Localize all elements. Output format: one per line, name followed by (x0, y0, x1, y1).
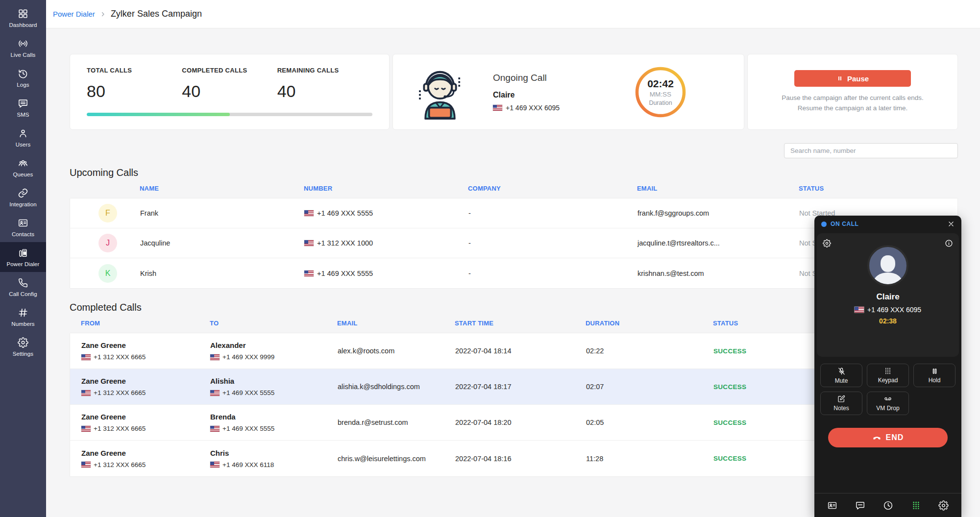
col-from: FROM (81, 320, 210, 327)
mute-label: Mute (835, 377, 848, 384)
from-name: Zane Greene (81, 377, 210, 385)
contact-name: Jacquline (140, 239, 304, 247)
us-flag-icon (493, 105, 502, 111)
sidebar-item-sms[interactable]: SMS (0, 93, 46, 123)
queues-group-icon (1, 158, 45, 169)
call-duration-value: 02:42 (647, 78, 674, 90)
us-flag-icon (81, 462, 91, 468)
call-start-time: 2022-07-04 18:14 (455, 347, 586, 355)
vm-drop-button[interactable]: VM Drop (867, 392, 909, 415)
stat-value: 40 (182, 82, 277, 101)
sidebar-item-integration[interactable]: Integration (0, 182, 46, 212)
mute-button[interactable]: Mute (820, 364, 862, 387)
clock-icon[interactable] (883, 500, 893, 511)
stat-completed-calls: COMPLETED CALLS 40 (182, 67, 277, 101)
call-duration-ring: 02:42 MM:SS Duration (635, 67, 686, 118)
call-timer: 02:38 (817, 317, 959, 325)
call-duration: 02:22 (586, 347, 713, 355)
sidebar-item-contacts[interactable]: Contacts (0, 212, 46, 242)
stat-remaining-calls: REMAINING CALLS 40 (277, 67, 372, 101)
on-call-status-label: ON CALL (831, 221, 859, 227)
to-name: Brenda (210, 413, 338, 421)
chevron-right-icon (100, 11, 106, 17)
sidebar-item-label: Power Dialer (1, 261, 45, 267)
hold-button[interactable]: Hold (913, 364, 956, 387)
info-icon[interactable] (945, 239, 953, 247)
breadcrumb-parent-link[interactable]: Power Dialer (53, 10, 95, 18)
us-flag-icon (304, 271, 314, 276)
call-start-time: 2022-07-04 18:20 (455, 419, 586, 426)
to-number: +1 469 XXX 5555 (222, 425, 274, 432)
dialpad-icon[interactable] (911, 501, 921, 510)
on-call-status-dot (821, 222, 827, 227)
gear-icon[interactable] (938, 500, 949, 511)
contact-email: jacquline.t@rtsrealtors.c... (637, 239, 799, 247)
ongoing-caller-name: Claire (493, 91, 560, 99)
from-number: +1 312 XXX 6665 (94, 353, 146, 361)
mic-off-icon (837, 367, 846, 375)
contact-card-icon[interactable] (827, 500, 837, 511)
sidebar-item-call-config[interactable]: Call Config (0, 272, 46, 302)
sidebar-item-numbers[interactable]: Numbers (0, 302, 46, 332)
pause-button[interactable]: Pause (794, 70, 911, 87)
call-start-time: 2022-07-04 18:17 (455, 383, 586, 391)
sidebar: Dashboard Live Calls Logs SMS Users Queu… (0, 0, 46, 517)
us-flag-icon (304, 210, 314, 216)
sms-bubble-icon (1, 98, 45, 109)
col-number: NUMBER (304, 185, 468, 192)
stat-total-calls: TOTAL CALLS 80 (87, 67, 182, 101)
sidebar-item-queues[interactable]: Queues (0, 152, 46, 182)
contact-name: Krish (140, 270, 304, 277)
contact-number: +1 469 XXX 5555 (317, 209, 373, 217)
call-email: chris.w@leisurelettings.com (338, 455, 455, 463)
sidebar-item-label: Settings (1, 351, 45, 357)
to-number: +1 469 XXX 9999 (222, 353, 274, 361)
us-flag-icon (210, 462, 220, 468)
search-input[interactable] (784, 143, 958, 158)
settings-gear-icon (1, 337, 45, 348)
pause-desc-line2: Resume the campaign at a later time. (782, 103, 924, 114)
logs-history-icon (1, 68, 45, 79)
end-call-button[interactable]: END (828, 428, 948, 447)
widget-settings-gear-icon[interactable] (823, 239, 831, 247)
keypad-button[interactable]: Keypad (867, 364, 909, 387)
campaign-progress-fill (87, 113, 230, 116)
sidebar-item-power-dialer[interactable]: Power Dialer (0, 242, 46, 272)
sidebar-item-settings[interactable]: Settings (0, 332, 46, 362)
call-duration: 02:07 (586, 383, 713, 391)
ongoing-call-card: Ongoing Call Claire +1 469 XXX 6095 (392, 54, 744, 130)
from-number: +1 312 XXX 6665 (94, 461, 146, 468)
contact-company: - (468, 209, 637, 217)
caller-avatar (867, 245, 908, 286)
col-to: TO (210, 320, 337, 327)
sidebar-item-label: Call Config (1, 291, 45, 297)
from-number: +1 312 XXX 6665 (94, 425, 146, 432)
sidebar-item-live-calls[interactable]: Live Calls (0, 33, 46, 63)
sidebar-item-users[interactable]: Users (0, 123, 46, 152)
to-number: +1 469 XXX 5555 (222, 389, 274, 396)
contact-number: +1 312 XXX 1000 (317, 239, 373, 247)
pause-campaign-card: Pause Pause the campaign after the curre… (747, 54, 958, 130)
col-name: NAME (140, 185, 304, 192)
power-dialer-phone-icon (1, 247, 45, 258)
call-email: alex.k@roots.com (338, 347, 455, 355)
call-duration-caption: Duration (649, 99, 672, 106)
pause-desc-line1: Pause the campaign after the current cal… (782, 93, 924, 103)
chat-icon[interactable] (855, 500, 865, 511)
close-icon[interactable] (948, 221, 955, 227)
sidebar-item-label: Queues (1, 172, 45, 177)
col-status: STATUS (799, 185, 958, 192)
call-start-time: 2022-07-04 18:16 (455, 455, 586, 463)
us-flag-icon (210, 426, 220, 432)
notes-button[interactable]: Notes (820, 392, 862, 415)
live-calls-icon (1, 38, 45, 49)
to-name: Alexander (210, 341, 338, 349)
sidebar-item-logs[interactable]: Logs (0, 63, 46, 93)
us-flag-icon (210, 390, 220, 396)
upcoming-calls-title: Upcoming Calls (70, 167, 958, 178)
col-start-time: START TIME (455, 320, 586, 327)
sidebar-item-dashboard[interactable]: Dashboard (0, 3, 46, 33)
keypad-label: Keypad (878, 377, 898, 384)
avatar: F (98, 204, 117, 222)
numbers-hash-icon (1, 307, 45, 318)
